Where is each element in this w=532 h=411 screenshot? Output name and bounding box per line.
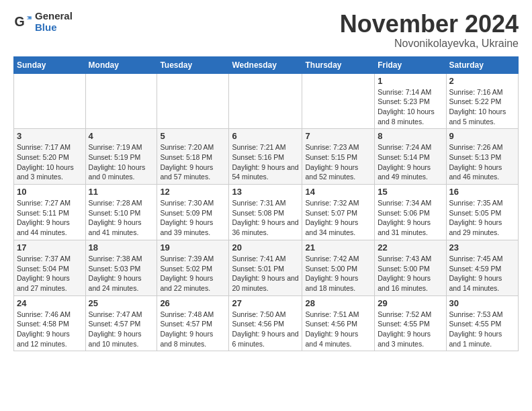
- month-title: November 2024: [340, 11, 519, 38]
- header-cell-friday: Friday: [375, 56, 446, 73]
- day-info: Sunrise: 7:35 AM Sunset: 5:05 PM Dayligh…: [449, 198, 515, 238]
- day-info: Sunrise: 7:47 AM Sunset: 4:57 PM Dayligh…: [89, 310, 154, 349]
- day-number: 8: [378, 131, 443, 141]
- day-cell: 10Sunrise: 7:27 AM Sunset: 5:11 PM Dayli…: [14, 185, 86, 240]
- day-info: Sunrise: 7:31 AM Sunset: 5:08 PM Dayligh…: [232, 198, 299, 238]
- day-number: 4: [89, 131, 154, 141]
- week-row-4: 24Sunrise: 7:46 AM Sunset: 4:58 PM Dayli…: [14, 295, 519, 351]
- day-number: 23: [449, 242, 515, 253]
- day-number: 2: [449, 76, 515, 86]
- day-cell: 2Sunrise: 7:16 AM Sunset: 5:22 PM Daylig…: [446, 73, 518, 129]
- day-number: 25: [89, 298, 154, 308]
- day-info: Sunrise: 7:28 AM Sunset: 5:10 PM Dayligh…: [89, 198, 154, 238]
- day-info: Sunrise: 7:20 AM Sunset: 5:18 PM Dayligh…: [160, 142, 226, 182]
- day-info: Sunrise: 7:48 AM Sunset: 4:57 PM Dayligh…: [160, 310, 226, 349]
- day-cell: 5Sunrise: 7:20 AM Sunset: 5:18 PM Daylig…: [157, 129, 229, 185]
- week-row-3: 17Sunrise: 7:37 AM Sunset: 5:04 PM Dayli…: [14, 240, 519, 295]
- title-area: November 2024 Novonikolayevka, Ukraine: [340, 11, 519, 50]
- day-number: 15: [378, 187, 443, 197]
- day-cell: 15Sunrise: 7:34 AM Sunset: 5:06 PM Dayli…: [375, 185, 446, 240]
- day-info: Sunrise: 7:46 AM Sunset: 4:58 PM Dayligh…: [17, 310, 83, 349]
- header-cell-monday: Monday: [85, 56, 157, 73]
- svg-text:G: G: [14, 13, 24, 28]
- day-cell: 8Sunrise: 7:24 AM Sunset: 5:14 PM Daylig…: [375, 129, 446, 185]
- day-info: Sunrise: 7:17 AM Sunset: 5:20 PM Dayligh…: [17, 142, 83, 182]
- day-cell: 3Sunrise: 7:17 AM Sunset: 5:20 PM Daylig…: [14, 129, 86, 185]
- day-cell: 29Sunrise: 7:52 AM Sunset: 4:55 PM Dayli…: [375, 295, 446, 351]
- day-cell: 17Sunrise: 7:37 AM Sunset: 5:04 PM Dayli…: [14, 240, 86, 295]
- day-number: 28: [305, 298, 371, 308]
- day-cell: [157, 73, 229, 129]
- day-number: 24: [17, 298, 83, 308]
- day-info: Sunrise: 7:52 AM Sunset: 4:55 PM Dayligh…: [378, 310, 443, 349]
- day-info: Sunrise: 7:37 AM Sunset: 5:04 PM Dayligh…: [17, 254, 83, 293]
- day-number: 9: [449, 131, 515, 141]
- logo: G General Blue: [13, 11, 73, 33]
- day-info: Sunrise: 7:51 AM Sunset: 4:56 PM Dayligh…: [305, 310, 371, 349]
- day-cell: 9Sunrise: 7:26 AM Sunset: 5:13 PM Daylig…: [446, 129, 518, 185]
- header-cell-thursday: Thursday: [302, 56, 375, 73]
- day-cell: 22Sunrise: 7:43 AM Sunset: 5:00 PM Dayli…: [375, 240, 446, 295]
- logo-blue: Blue: [35, 22, 73, 34]
- day-number: 29: [378, 298, 443, 308]
- day-cell: 11Sunrise: 7:28 AM Sunset: 5:10 PM Dayli…: [85, 185, 157, 240]
- day-number: 19: [160, 242, 226, 253]
- day-cell: [229, 73, 302, 129]
- logo-icon: G: [13, 13, 32, 32]
- logo-text: General Blue: [35, 11, 73, 33]
- day-cell: 7Sunrise: 7:23 AM Sunset: 5:15 PM Daylig…: [302, 129, 375, 185]
- header-cell-wednesday: Wednesday: [229, 56, 302, 73]
- day-info: Sunrise: 7:39 AM Sunset: 5:02 PM Dayligh…: [160, 254, 226, 293]
- day-info: Sunrise: 7:32 AM Sunset: 5:07 PM Dayligh…: [305, 198, 371, 238]
- day-cell: 27Sunrise: 7:50 AM Sunset: 4:56 PM Dayli…: [229, 295, 302, 351]
- day-number: 18: [89, 242, 154, 253]
- day-number: 12: [160, 187, 226, 197]
- day-info: Sunrise: 7:34 AM Sunset: 5:06 PM Dayligh…: [378, 198, 443, 238]
- day-number: 27: [232, 298, 299, 308]
- day-number: 14: [305, 187, 371, 197]
- header: G General Blue November 2024 Novonikolay…: [13, 11, 519, 50]
- day-info: Sunrise: 7:27 AM Sunset: 5:11 PM Dayligh…: [17, 198, 83, 238]
- day-number: 26: [160, 298, 226, 308]
- day-cell: 25Sunrise: 7:47 AM Sunset: 4:57 PM Dayli…: [85, 295, 157, 351]
- calendar-table: SundayMondayTuesdayWednesdayThursdayFrid…: [13, 56, 519, 352]
- day-info: Sunrise: 7:45 AM Sunset: 4:59 PM Dayligh…: [449, 254, 515, 293]
- day-info: Sunrise: 7:19 AM Sunset: 5:19 PM Dayligh…: [89, 142, 154, 182]
- day-cell: 12Sunrise: 7:30 AM Sunset: 5:09 PM Dayli…: [157, 185, 229, 240]
- day-info: Sunrise: 7:53 AM Sunset: 4:55 PM Dayligh…: [449, 310, 515, 349]
- day-number: 10: [17, 187, 83, 197]
- day-cell: 24Sunrise: 7:46 AM Sunset: 4:58 PM Dayli…: [14, 295, 86, 351]
- day-cell: 23Sunrise: 7:45 AM Sunset: 4:59 PM Dayli…: [446, 240, 518, 295]
- day-number: 22: [378, 242, 443, 253]
- day-number: 11: [89, 187, 154, 197]
- week-row-1: 3Sunrise: 7:17 AM Sunset: 5:20 PM Daylig…: [14, 129, 519, 185]
- location-title: Novonikolayevka, Ukraine: [340, 38, 519, 50]
- day-info: Sunrise: 7:26 AM Sunset: 5:13 PM Dayligh…: [449, 142, 515, 182]
- week-row-2: 10Sunrise: 7:27 AM Sunset: 5:11 PM Dayli…: [14, 185, 519, 240]
- day-number: 13: [232, 187, 299, 197]
- day-number: 16: [449, 187, 515, 197]
- header-cell-saturday: Saturday: [446, 56, 518, 73]
- day-cell: 28Sunrise: 7:51 AM Sunset: 4:56 PM Dayli…: [302, 295, 375, 351]
- header-cell-sunday: Sunday: [14, 56, 86, 73]
- day-cell: [85, 73, 157, 129]
- day-info: Sunrise: 7:38 AM Sunset: 5:03 PM Dayligh…: [89, 254, 154, 293]
- header-cell-tuesday: Tuesday: [157, 56, 229, 73]
- day-number: 3: [17, 131, 83, 141]
- logo-general: General: [35, 11, 73, 22]
- day-number: 6: [232, 131, 299, 141]
- day-number: 21: [305, 242, 371, 253]
- week-row-0: 1Sunrise: 7:14 AM Sunset: 5:23 PM Daylig…: [14, 73, 519, 129]
- day-cell: [14, 73, 86, 129]
- day-info: Sunrise: 7:30 AM Sunset: 5:09 PM Dayligh…: [160, 198, 226, 238]
- day-cell: 21Sunrise: 7:42 AM Sunset: 5:00 PM Dayli…: [302, 240, 375, 295]
- day-cell: 1Sunrise: 7:14 AM Sunset: 5:23 PM Daylig…: [375, 73, 446, 129]
- day-info: Sunrise: 7:50 AM Sunset: 4:56 PM Dayligh…: [232, 310, 299, 349]
- day-cell: 20Sunrise: 7:41 AM Sunset: 5:01 PM Dayli…: [229, 240, 302, 295]
- day-number: 1: [378, 76, 443, 86]
- day-info: Sunrise: 7:21 AM Sunset: 5:16 PM Dayligh…: [232, 142, 299, 182]
- day-cell: 4Sunrise: 7:19 AM Sunset: 5:19 PM Daylig…: [85, 129, 157, 185]
- header-row: SundayMondayTuesdayWednesdayThursdayFrid…: [14, 56, 519, 73]
- day-cell: 13Sunrise: 7:31 AM Sunset: 5:08 PM Dayli…: [229, 185, 302, 240]
- day-number: 5: [160, 131, 226, 141]
